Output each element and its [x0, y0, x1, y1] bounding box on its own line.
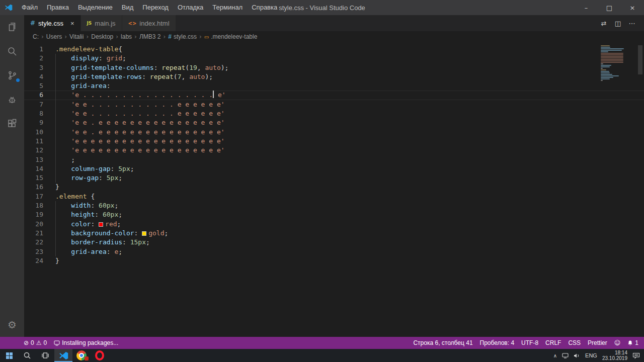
code-line-1[interactable]: 1.mendeleev-table{ [24, 45, 644, 54]
split-editor-icon[interactable]: ◫ [611, 20, 625, 27]
language-indicator[interactable]: ENG [585, 352, 597, 358]
code-line-20[interactable]: 20 color: red; [24, 220, 644, 229]
code-line-10[interactable]: 10 'e e . e e e e e e e e e e e e e e e … [24, 128, 644, 137]
code-line-content: background-color: gold; [55, 229, 644, 238]
minimap-line [601, 80, 603, 81]
explorer-icon[interactable] [0, 15, 24, 39]
formatter[interactable]: Prettier [584, 337, 611, 349]
eol[interactable]: CRLF [542, 337, 565, 349]
breadcrumb-item[interactable]: C: [32, 33, 39, 40]
progress-status[interactable]: Installing packages... [50, 337, 122, 349]
breadcrumb: C:›Users›Vitalii›Desktop›labs›ЛМВ3 2›#st… [24, 31, 644, 42]
menu-item-4[interactable]: Вид [117, 0, 138, 15]
compare-changes-icon[interactable]: ⇄ [597, 20, 611, 27]
menu-item-6[interactable]: Отладка [173, 0, 208, 15]
minimap-line [601, 54, 623, 55]
taskbar-app-opera[interactable] [91, 349, 109, 362]
minimap-line [601, 56, 623, 57]
tray-time: 18:14 [602, 350, 627, 355]
code-line-12[interactable]: 12 'e e e e e e e e e e e e e e e e e e … [24, 146, 644, 155]
breadcrumb-separator: › [163, 33, 166, 40]
menu-item-2[interactable]: Правка [42, 0, 73, 15]
encoding[interactable]: UTF-8 [518, 337, 542, 349]
code-line-15[interactable]: 15 row-gap: 5px; [24, 173, 644, 183]
status-bar: ⊘ 0 ⚠ 0 Installing packages... Строка 6,… [0, 337, 644, 349]
breadcrumb-item[interactable]: #style.css [168, 33, 197, 40]
status-bar-left: ⊘ 0 ⚠ 0 Installing packages... [20, 337, 122, 349]
action-center-icon[interactable] [632, 352, 640, 359]
code-line-3[interactable]: 3 grid-template-columns: repeat(19, auto… [24, 63, 644, 72]
source-control-icon[interactable] [0, 63, 24, 87]
cursor-position[interactable]: Строка 6, столбец 41 [410, 337, 476, 349]
code-line-11[interactable]: 11 'e e e e e e e e e e e e e e e e e e … [24, 137, 644, 146]
hidden-icons-chevron[interactable]: ∧ [553, 353, 557, 358]
line-number: 9 [24, 118, 55, 127]
tab-style.css[interactable]: #style.css× [24, 15, 81, 31]
code-line-23[interactable]: 23 grid-area: e; [24, 247, 644, 256]
minimap[interactable] [601, 45, 636, 81]
editor[interactable]: 1.mendeleev-table{2 display: grid;3 grid… [24, 42, 644, 337]
code-line-22[interactable]: 22 border-radius: 15px; [24, 238, 644, 247]
breadcrumb-label: ЛМВ3 2 [139, 33, 161, 40]
breadcrumb-item[interactable]: Desktop [91, 33, 114, 40]
code-line-16[interactable]: 16} [24, 183, 644, 192]
menu-item-3[interactable]: Выделение [73, 0, 117, 15]
minimap-line [601, 66, 610, 67]
breadcrumb-item[interactable]: ЛМВ3 2 [139, 33, 162, 40]
code-line-14[interactable]: 14 column-gap: 5px; [24, 164, 644, 173]
network-icon[interactable] [562, 353, 569, 358]
code-line-8[interactable]: 8 'e e . . . . . . . . . . . e e e e e e… [24, 109, 644, 118]
breadcrumb-separator: › [64, 33, 67, 40]
feedback[interactable]: ☺ [611, 337, 624, 349]
menu-item-8[interactable]: Справка [247, 0, 282, 15]
taskbar-app-vscode[interactable] [54, 349, 72, 362]
color-swatch[interactable] [99, 222, 103, 227]
extensions-icon[interactable] [0, 112, 24, 136]
code-line-6[interactable]: 6 'e . . . . . . . . . . . . . . . . . e… [24, 90, 644, 100]
taskbar-app-chrome[interactable] [72, 349, 91, 362]
volume-icon[interactable] [574, 353, 580, 358]
menu-item-5[interactable]: Переход [138, 0, 173, 15]
task-view-icon[interactable] [36, 349, 54, 362]
code-line-9[interactable]: 9 'e e . e e e e e e e e e e e e e e e e… [24, 118, 644, 127]
code-line-2[interactable]: 2 display: grid; [24, 54, 644, 63]
code-line-4[interactable]: 4 grid-template-rows: repeat(7, auto); [24, 72, 644, 81]
close-tab-icon[interactable]: × [70, 20, 74, 27]
breadcrumb-item[interactable]: labs [120, 33, 132, 40]
code-line-13[interactable]: 13 ; [24, 155, 644, 164]
code-line-17[interactable]: 17.element { [24, 192, 644, 201]
maximize-button[interactable]: □ [598, 0, 621, 15]
indentation[interactable]: Пробелов: 4 [476, 337, 518, 349]
notifications[interactable]: 1 [624, 337, 642, 349]
search-icon[interactable] [0, 39, 24, 63]
vertical-scrollbar[interactable] [638, 45, 642, 74]
tab-main.js[interactable]: JSmain.js [81, 15, 122, 31]
line-number: 14 [24, 164, 55, 173]
color-swatch[interactable] [142, 231, 146, 236]
error-count: 0 [31, 339, 34, 346]
code-line-19[interactable]: 19 height: 60px; [24, 210, 644, 219]
code-line-24[interactable]: 24} [24, 256, 644, 265]
menu-item-7[interactable]: Терминал [208, 0, 247, 15]
start-button[interactable] [0, 349, 18, 362]
language-mode[interactable]: CSS [565, 337, 584, 349]
code-line-5[interactable]: 5 grid-area: [24, 81, 644, 90]
taskbar-search-icon[interactable] [18, 349, 36, 362]
indent-guide [55, 137, 56, 146]
code-line-21[interactable]: 21 background-color: gold; [24, 229, 644, 238]
breadcrumb-item[interactable]: ▭.mendeleev-table [204, 33, 258, 40]
menu-item-1[interactable]: Файл [17, 0, 42, 15]
indent-guide [55, 220, 56, 229]
debug-icon[interactable] [0, 87, 24, 112]
close-button[interactable]: × [621, 0, 644, 15]
minimize-button[interactable]: – [575, 0, 598, 15]
code-line-18[interactable]: 18 width: 60px; [24, 201, 644, 210]
tab-index.html[interactable]: <>index.html [122, 15, 176, 31]
settings-gear-icon[interactable]: ⚙ [0, 313, 24, 337]
clock[interactable]: 18:14 23.10.2019 [602, 350, 627, 361]
more-actions-icon[interactable]: ⋯ [625, 20, 639, 27]
problems-indicator[interactable]: ⊘ 0 ⚠ 0 [20, 337, 50, 349]
breadcrumb-item[interactable]: Users [46, 33, 62, 40]
code-line-7[interactable]: 7 'e e . . . . . . . . . . . e e e e e e… [24, 100, 644, 109]
breadcrumb-item[interactable]: Vitalii [69, 33, 84, 40]
